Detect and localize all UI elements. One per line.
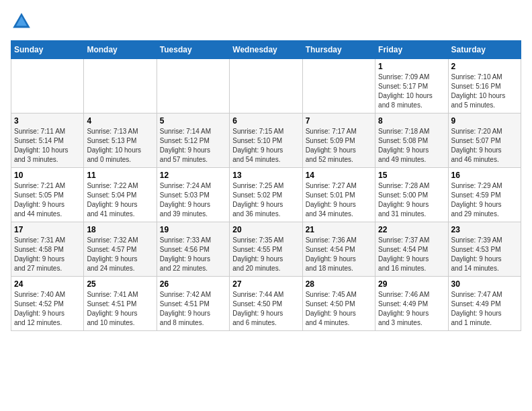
day-number: 21 — [306, 225, 372, 234]
day-info: Sunrise: 7:39 AM Sunset: 4:53 PM Dayligh… — [451, 236, 518, 273]
weekday-header: Sunday — [11, 41, 84, 59]
day-number: 2 — [451, 62, 518, 71]
day-info: Sunrise: 7:15 AM Sunset: 5:10 PM Dayligh… — [232, 127, 299, 165]
day-number: 4 — [87, 116, 153, 126]
calendar-cell — [11, 59, 84, 113]
calendar-cell: 29Sunrise: 7:46 AM Sunset: 4:49 PM Dayli… — [375, 277, 448, 331]
calendar-cell: 9Sunrise: 7:20 AM Sunset: 5:07 PM Daylig… — [448, 113, 521, 168]
calendar-cell: 19Sunrise: 7:33 AM Sunset: 4:56 PM Dayli… — [157, 222, 229, 277]
day-number: 9 — [451, 116, 518, 126]
calendar-cell: 10Sunrise: 7:21 AM Sunset: 5:05 PM Dayli… — [11, 168, 84, 222]
calendar-cell: 13Sunrise: 7:25 AM Sunset: 5:02 PM Dayli… — [230, 168, 302, 222]
calendar-cell: 17Sunrise: 7:31 AM Sunset: 4:58 PM Dayli… — [11, 222, 84, 277]
day-info: Sunrise: 7:42 AM Sunset: 4:51 PM Dayligh… — [160, 290, 226, 328]
day-number: 27 — [232, 279, 299, 289]
calendar-week-row: 3Sunrise: 7:11 AM Sunset: 5:14 PM Daylig… — [11, 113, 521, 168]
calendar-cell: 2Sunrise: 7:10 AM Sunset: 5:16 PM Daylig… — [448, 59, 521, 113]
calendar-cell: 15Sunrise: 7:28 AM Sunset: 5:00 PM Dayli… — [375, 168, 448, 222]
day-number: 3 — [14, 116, 81, 126]
calendar-cell: 8Sunrise: 7:18 AM Sunset: 5:08 PM Daylig… — [375, 113, 448, 168]
day-info: Sunrise: 7:35 AM Sunset: 4:55 PM Dayligh… — [232, 236, 299, 273]
day-number: 16 — [451, 171, 518, 180]
calendar-cell: 12Sunrise: 7:24 AM Sunset: 5:03 PM Dayli… — [157, 168, 229, 222]
calendar-cell: 4Sunrise: 7:13 AM Sunset: 5:13 PM Daylig… — [84, 113, 157, 168]
day-number: 30 — [451, 279, 518, 289]
day-number: 5 — [160, 116, 226, 126]
day-number: 24 — [14, 279, 81, 289]
day-number: 15 — [378, 171, 445, 180]
day-number: 29 — [378, 279, 445, 289]
day-number: 28 — [306, 279, 372, 289]
day-number: 11 — [87, 171, 153, 180]
day-number: 6 — [232, 116, 299, 126]
calendar-week-row: 17Sunrise: 7:31 AM Sunset: 4:58 PM Dayli… — [11, 222, 521, 277]
calendar-week-row: 1Sunrise: 7:09 AM Sunset: 5:17 PM Daylig… — [11, 59, 521, 113]
day-number: 8 — [378, 116, 445, 126]
day-info: Sunrise: 7:29 AM Sunset: 4:59 PM Dayligh… — [451, 181, 518, 219]
calendar-header-row: SundayMondayTuesdayWednesdayThursdayFrid… — [11, 41, 521, 59]
day-number: 26 — [160, 279, 226, 289]
calendar-cell — [157, 59, 229, 113]
calendar-cell: 6Sunrise: 7:15 AM Sunset: 5:10 PM Daylig… — [230, 113, 302, 168]
calendar-cell: 28Sunrise: 7:45 AM Sunset: 4:50 PM Dayli… — [302, 277, 375, 331]
day-number: 19 — [160, 225, 226, 234]
day-info: Sunrise: 7:47 AM Sunset: 4:49 PM Dayligh… — [451, 290, 518, 328]
day-info: Sunrise: 7:33 AM Sunset: 4:56 PM Dayligh… — [160, 236, 226, 273]
calendar-cell: 20Sunrise: 7:35 AM Sunset: 4:55 PM Dayli… — [230, 222, 302, 277]
calendar-cell: 26Sunrise: 7:42 AM Sunset: 4:51 PM Dayli… — [157, 277, 229, 331]
day-info: Sunrise: 7:41 AM Sunset: 4:51 PM Dayligh… — [87, 290, 153, 328]
day-number: 22 — [378, 225, 445, 234]
calendar-cell: 24Sunrise: 7:40 AM Sunset: 4:52 PM Dayli… — [11, 277, 84, 331]
day-number: 20 — [232, 225, 299, 234]
calendar-cell: 22Sunrise: 7:37 AM Sunset: 4:54 PM Dayli… — [375, 222, 448, 277]
calendar-cell — [84, 59, 157, 113]
day-info: Sunrise: 7:17 AM Sunset: 5:09 PM Dayligh… — [306, 127, 372, 165]
calendar-cell: 25Sunrise: 7:41 AM Sunset: 4:51 PM Dayli… — [84, 277, 157, 331]
calendar-cell: 14Sunrise: 7:27 AM Sunset: 5:01 PM Dayli… — [302, 168, 375, 222]
weekday-header: Saturday — [448, 41, 521, 59]
logo — [11, 11, 35, 32]
day-info: Sunrise: 7:10 AM Sunset: 5:16 PM Dayligh… — [451, 73, 518, 110]
logo-icon — [11, 11, 32, 32]
day-info: Sunrise: 7:46 AM Sunset: 4:49 PM Dayligh… — [378, 290, 445, 328]
day-info: Sunrise: 7:36 AM Sunset: 4:54 PM Dayligh… — [306, 236, 372, 273]
calendar-cell: 16Sunrise: 7:29 AM Sunset: 4:59 PM Dayli… — [448, 168, 521, 222]
calendar-week-row: 10Sunrise: 7:21 AM Sunset: 5:05 PM Dayli… — [11, 168, 521, 222]
day-info: Sunrise: 7:21 AM Sunset: 5:05 PM Dayligh… — [14, 181, 81, 219]
day-info: Sunrise: 7:20 AM Sunset: 5:07 PM Dayligh… — [451, 127, 518, 165]
calendar-cell: 5Sunrise: 7:14 AM Sunset: 5:12 PM Daylig… — [157, 113, 229, 168]
day-number: 23 — [451, 225, 518, 234]
calendar-cell: 1Sunrise: 7:09 AM Sunset: 5:17 PM Daylig… — [375, 59, 448, 113]
calendar-cell: 11Sunrise: 7:22 AM Sunset: 5:04 PM Dayli… — [84, 168, 157, 222]
day-number: 1 — [378, 62, 445, 71]
weekday-header: Thursday — [302, 41, 375, 59]
day-info: Sunrise: 7:28 AM Sunset: 5:00 PM Dayligh… — [378, 181, 445, 219]
day-info: Sunrise: 7:31 AM Sunset: 4:58 PM Dayligh… — [14, 236, 81, 273]
calendar: SundayMondayTuesdayWednesdayThursdayFrid… — [11, 40, 521, 331]
day-number: 25 — [87, 279, 153, 289]
day-number: 12 — [160, 171, 226, 180]
calendar-cell: 21Sunrise: 7:36 AM Sunset: 4:54 PM Dayli… — [302, 222, 375, 277]
weekday-header: Friday — [375, 41, 448, 59]
day-info: Sunrise: 7:11 AM Sunset: 5:14 PM Dayligh… — [14, 127, 81, 165]
day-number: 14 — [306, 171, 372, 180]
calendar-cell: 7Sunrise: 7:17 AM Sunset: 5:09 PM Daylig… — [302, 113, 375, 168]
day-number: 17 — [14, 225, 81, 234]
calendar-cell: 30Sunrise: 7:47 AM Sunset: 4:49 PM Dayli… — [448, 277, 521, 331]
day-info: Sunrise: 7:32 AM Sunset: 4:57 PM Dayligh… — [87, 236, 153, 273]
day-number: 10 — [14, 171, 81, 180]
day-number: 7 — [306, 116, 372, 126]
day-info: Sunrise: 7:24 AM Sunset: 5:03 PM Dayligh… — [160, 181, 226, 219]
day-info: Sunrise: 7:45 AM Sunset: 4:50 PM Dayligh… — [306, 290, 372, 328]
day-number: 13 — [232, 171, 299, 180]
day-info: Sunrise: 7:14 AM Sunset: 5:12 PM Dayligh… — [160, 127, 226, 165]
calendar-cell: 18Sunrise: 7:32 AM Sunset: 4:57 PM Dayli… — [84, 222, 157, 277]
calendar-cell — [302, 59, 375, 113]
day-info: Sunrise: 7:37 AM Sunset: 4:54 PM Dayligh… — [378, 236, 445, 273]
page-header — [11, 11, 521, 32]
day-info: Sunrise: 7:40 AM Sunset: 4:52 PM Dayligh… — [14, 290, 81, 328]
calendar-week-row: 24Sunrise: 7:40 AM Sunset: 4:52 PM Dayli… — [11, 277, 521, 331]
calendar-cell: 3Sunrise: 7:11 AM Sunset: 5:14 PM Daylig… — [11, 113, 84, 168]
calendar-cell — [230, 59, 302, 113]
calendar-cell: 27Sunrise: 7:44 AM Sunset: 4:50 PM Dayli… — [230, 277, 302, 331]
